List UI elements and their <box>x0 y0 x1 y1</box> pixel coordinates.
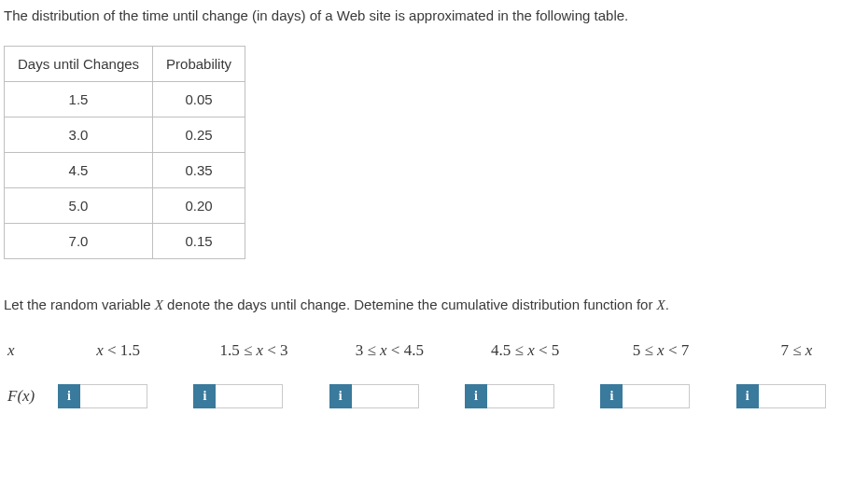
col-head-4: 4.5 ≤ x < 5 <box>457 341 593 360</box>
cell-days: 5.0 <box>5 188 153 224</box>
col-head-6: 7 ≤ x <box>729 341 864 360</box>
answer-cell-2: i <box>193 384 283 408</box>
col-head-post: < 7 <box>665 341 690 359</box>
col-head-1: x < 1.5 <box>50 341 186 360</box>
prompt-pre: Let the random variable <box>4 297 155 312</box>
col-head-3: 3 ≤ x < 4.5 <box>322 341 457 360</box>
col-head-var: x <box>527 341 535 359</box>
table-row: 7.0 0.15 <box>5 224 245 259</box>
fx-input-4[interactable] <box>487 384 554 408</box>
col-head-var: x <box>805 341 813 359</box>
answer-cell-3: i <box>329 384 419 408</box>
col-head-pre: 1.5 ≤ <box>219 341 256 359</box>
info-icon[interactable]: i <box>329 384 352 408</box>
info-icon[interactable]: i <box>465 384 487 408</box>
cdf-answer-grid: x x < 1.5 1.5 ≤ x < 3 3 ≤ x < 4.5 4.5 ≤ … <box>4 341 864 408</box>
row-label-fx: F(x) <box>4 387 50 406</box>
col-head-post: < 3 <box>263 341 288 359</box>
col-head-5: 5 ≤ x < 7 <box>593 341 728 360</box>
cell-prob: 0.25 <box>153 117 245 153</box>
cell-prob: 0.35 <box>153 153 245 188</box>
intro-text: The distribution of the time until chang… <box>4 6 864 25</box>
fx-input-6[interactable] <box>759 384 826 408</box>
row-label-x: x <box>4 341 50 360</box>
prompt-end: . <box>665 297 669 312</box>
cell-days: 1.5 <box>5 82 153 117</box>
info-icon[interactable]: i <box>736 384 759 408</box>
col-head-post: < 5 <box>535 341 560 359</box>
distribution-table: Days until Changes Probability 1.5 0.05 … <box>4 46 245 259</box>
col-head-pre: 4.5 ≤ <box>491 341 527 359</box>
col-head-var: x <box>380 341 387 359</box>
answer-cell-4: i <box>465 384 554 408</box>
table-header-days: Days until Changes <box>5 47 153 82</box>
info-icon[interactable]: i <box>193 384 216 408</box>
cell-prob: 0.15 <box>153 224 245 259</box>
col-head-post: < 4.5 <box>387 341 424 359</box>
table-row: 4.5 0.35 <box>5 153 245 188</box>
table-row: 5.0 0.20 <box>5 188 245 224</box>
prompt-post: denote the days until change. Detemine t… <box>163 297 657 312</box>
prompt-text: Let the random variable X denote the day… <box>4 297 864 313</box>
cell-prob: 0.05 <box>153 82 245 117</box>
col-head-pre: 5 ≤ <box>633 341 657 359</box>
cell-days: 3.0 <box>5 117 153 153</box>
col-head-pre: 3 ≤ <box>356 341 380 359</box>
answer-cell-5: i <box>600 384 690 408</box>
cell-prob: 0.20 <box>153 188 245 224</box>
cell-days: 4.5 <box>5 153 153 188</box>
col-head-var: x <box>657 341 665 359</box>
cell-days: 7.0 <box>5 224 153 259</box>
answer-cell-1: i <box>58 384 147 408</box>
fx-input-3[interactable] <box>352 384 419 408</box>
fx-input-2[interactable] <box>216 384 283 408</box>
col-head-var: x <box>256 341 263 359</box>
info-icon[interactable]: i <box>58 384 80 408</box>
answer-cell-6: i <box>736 384 826 408</box>
col-head-var: x <box>96 341 104 359</box>
table-row: 3.0 0.25 <box>5 117 245 153</box>
prompt-var: X <box>155 297 163 312</box>
table-row: 1.5 0.05 <box>5 82 245 117</box>
col-head-post: < 1.5 <box>104 341 140 359</box>
fx-input-1[interactable] <box>80 384 147 408</box>
col-head-2: 1.5 ≤ x < 3 <box>186 341 321 360</box>
fx-input-5[interactable] <box>623 384 690 408</box>
prompt-var2: X <box>657 297 665 312</box>
table-header-prob: Probability <box>153 47 245 82</box>
info-icon[interactable]: i <box>600 384 623 408</box>
col-head-pre: 7 ≤ <box>780 341 805 359</box>
